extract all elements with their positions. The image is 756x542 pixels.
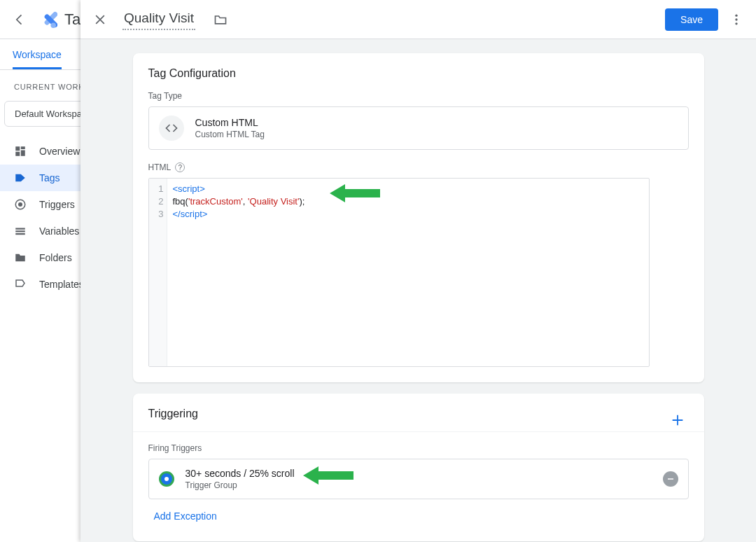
svg-rect-7 (15, 233, 25, 235)
svg-marker-13 (303, 466, 354, 485)
tag-type-subtitle: Custom HTML Tag (195, 130, 265, 139)
add-trigger-button[interactable] (664, 406, 692, 434)
svg-point-9 (735, 18, 737, 20)
gtm-logo-icon (38, 10, 57, 29)
svg-rect-5 (15, 228, 25, 230)
tag-type-selector[interactable]: Custom HTML Custom HTML Tag (148, 106, 689, 150)
annotation-arrow-icon (303, 465, 354, 486)
sidebar-item-label: Tags (39, 172, 60, 183)
add-exception-button[interactable]: Add Exception (148, 510, 689, 522)
sidebar-item-label: Templates (39, 279, 84, 290)
code-icon (159, 116, 184, 141)
svg-point-12 (164, 477, 169, 481)
firing-triggers-label: Firing Triggers (148, 443, 689, 453)
move-folder-icon[interactable] (206, 6, 234, 34)
annotation-arrow-icon (330, 183, 380, 204)
tag-icon (14, 172, 27, 184)
tab-workspace[interactable]: Workspace (13, 41, 62, 69)
code-content[interactable]: <script> fbq('trackCustom', 'Quality Vis… (167, 179, 311, 366)
trigger-subtitle: Trigger Group (186, 480, 295, 490)
dashboard-icon (14, 145, 27, 158)
firing-trigger-row[interactable]: 30+ seconds / 25% scroll Trigger Group (148, 459, 689, 499)
remove-trigger-button[interactable] (663, 471, 678, 487)
back-arrow-icon[interactable] (6, 6, 34, 34)
tag-configuration-card: Tag Configuration Tag Type Custom HTML C… (133, 53, 704, 382)
close-icon[interactable] (86, 6, 114, 34)
code-gutter: 1 2 3 (149, 179, 167, 366)
templates-icon (14, 278, 27, 291)
triggering-card: Triggering Firing Triggers 30+ seconds /… (133, 394, 704, 541)
trigger-title: 30+ seconds / 25% scroll (186, 468, 295, 479)
svg-marker-11 (330, 184, 380, 202)
tag-editor-panel: Quality Visit Save Tag Configuration Tag… (80, 0, 756, 542)
tag-type-label: Tag Type (148, 91, 689, 101)
html-code-editor[interactable]: 1 2 3 <script> fbq('trackCustom', 'Quali… (148, 178, 650, 367)
svg-point-2 (50, 22, 55, 27)
save-button[interactable]: Save (665, 8, 718, 31)
svg-point-10 (735, 22, 737, 25)
sidebar-item-label: Folders (39, 252, 72, 263)
tag-configuration-heading: Tag Configuration (148, 67, 689, 80)
tag-type-title: Custom HTML (195, 117, 265, 128)
svg-point-8 (735, 14, 737, 16)
html-field-label: HTML (148, 162, 172, 172)
variables-icon (14, 225, 27, 237)
trigger-icon (14, 198, 27, 211)
svg-rect-6 (15, 230, 25, 232)
svg-point-4 (19, 203, 22, 207)
tag-name-input[interactable]: Quality Visit (122, 9, 195, 30)
more-icon[interactable] (722, 6, 750, 34)
sidebar-item-label: Overview (39, 146, 80, 157)
trigger-group-icon (159, 471, 174, 487)
folder-icon (14, 251, 27, 264)
sidebar-item-label: Variables (39, 225, 79, 237)
help-icon[interactable]: ? (175, 162, 185, 172)
triggering-heading: Triggering (148, 408, 689, 420)
sidebar-item-label: Triggers (39, 199, 75, 210)
